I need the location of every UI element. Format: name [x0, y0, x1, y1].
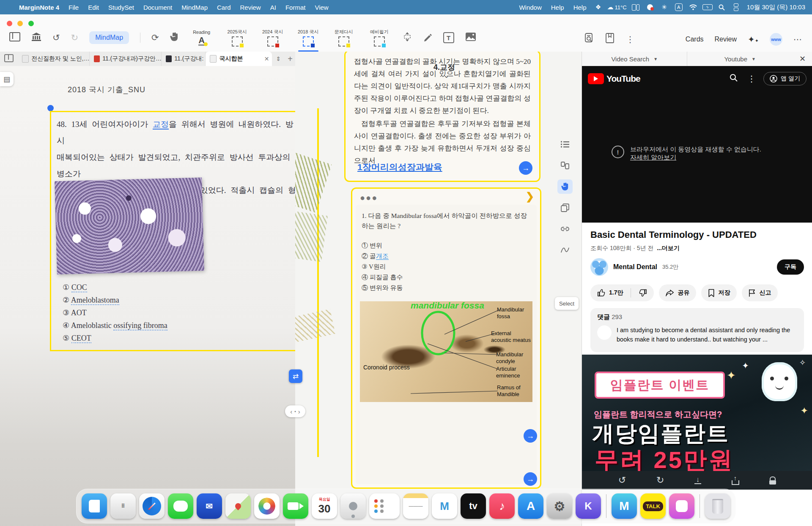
library-icon[interactable] — [31, 32, 41, 44]
dock-facetime[interactable] — [283, 493, 308, 519]
dock-mail[interactable]: ✉ — [197, 493, 222, 519]
share-button[interactable]: 공유 — [659, 284, 696, 301]
dock-reminders[interactable] — [369, 493, 400, 519]
close-panel-icon[interactable]: ✕ — [793, 54, 812, 63]
tab-sort-icon[interactable]: ⇕ — [272, 55, 285, 62]
dock-settings[interactable]: ⚙ — [547, 493, 572, 519]
menu-window[interactable]: Window — [514, 4, 546, 11]
channel-name[interactable]: Mental Dental — [613, 263, 657, 271]
menu-view[interactable]: View — [310, 4, 333, 11]
open-app-button[interactable]: 앱 열기 — [763, 72, 807, 85]
bookmark-book-icon[interactable] — [606, 33, 614, 45]
stage-manager-icon[interactable] — [731, 3, 742, 11]
tool-pre-notes[interactable]: 예비필기 — [367, 29, 392, 47]
section2-link-arrow[interactable]: → — [524, 472, 537, 486]
tool-2024-exam[interactable]: 2024 국시 — [261, 29, 285, 47]
dock-appstore[interactable]: A — [518, 493, 543, 519]
section1-link-arrow[interactable]: → — [524, 429, 537, 443]
tab-doc-1[interactable]: 전신질환자 및 노인,… — [18, 52, 90, 66]
menu-mindmap[interactable]: MindMap — [177, 4, 212, 11]
window-manager-icon[interactable] — [630, 3, 641, 11]
thumbs-down-icon[interactable] — [639, 289, 647, 297]
more-vertical-icon[interactable]: ⋮ — [626, 34, 634, 44]
menu-file[interactable]: File — [64, 4, 83, 11]
link-icon[interactable] — [557, 222, 573, 236]
pdf-document-pane[interactable]: 2018 국시 기출_SNU 48. 13세 어린여자아이가 교정을 위해서 병… — [0, 66, 295, 526]
cards-button[interactable]: Cards — [686, 36, 704, 43]
tool-2025-exam[interactable]: 2025국시 — [225, 29, 250, 47]
tabs-sidebar-icon[interactable] — [0, 54, 18, 63]
save-button[interactable]: 저장 — [701, 284, 737, 301]
hand-tool-icon[interactable] — [170, 32, 178, 44]
menu-app-name[interactable]: MarginNote 4 — [14, 4, 64, 11]
pencil-icon[interactable] — [423, 32, 432, 44]
tool-2018-exam[interactable]: 2018 국시 — [296, 29, 321, 47]
layout-columns-icon[interactable] — [557, 158, 573, 173]
menu-studyset[interactable]: StudySet — [104, 4, 139, 11]
subscribe-button[interactable]: 구독 — [777, 259, 804, 275]
chevron-down-icon[interactable]: ⌄ — [444, 72, 449, 80]
dock-contacts[interactable] — [340, 493, 366, 519]
yt-search-icon[interactable] — [730, 74, 738, 84]
image-tool-icon[interactable] — [465, 32, 476, 44]
layers-flyout-button[interactable]: ▤ — [0, 72, 14, 86]
menu-edit[interactable]: Edit — [83, 4, 104, 11]
next-page-icon[interactable]: › — [298, 408, 300, 415]
dock-photos[interactable] — [254, 493, 280, 519]
dock-finder[interactable] — [82, 493, 107, 519]
menu-help-2[interactable]: Help — [569, 4, 591, 11]
battery-icon[interactable]: ϟ — [702, 3, 713, 11]
drag-dots-icon[interactable]: ●●● — [360, 193, 378, 203]
share-export-icon[interactable]: ↑ — [732, 476, 739, 485]
youtube-wordmark[interactable]: YouTube — [606, 74, 640, 84]
tab-doc-active[interactable]: 국시합본 ✕ — [206, 52, 272, 66]
more-horizontal-icon[interactable]: ⋯ — [793, 34, 802, 44]
dock-freeform[interactable]: M — [432, 493, 457, 519]
menu-document[interactable]: Document — [139, 4, 177, 11]
tab-doc-3[interactable]: 11.(구강내: — [162, 52, 206, 66]
sidebar-toggle-icon[interactable] — [9, 32, 20, 44]
dock-notes[interactable]: ——— — [403, 493, 428, 519]
hand-pan-tool-icon[interactable] — [557, 179, 573, 194]
outline-list-icon[interactable] — [557, 137, 573, 151]
move-resize-icon[interactable] — [403, 32, 412, 44]
menu-review[interactable]: Review — [236, 4, 266, 11]
spotlight-icon[interactable] — [716, 3, 727, 11]
dock-keynote[interactable]: K — [576, 493, 601, 519]
dock-kakaotalk[interactable]: TALK — [640, 493, 666, 519]
mindmap-canvas[interactable]: 접형사골 연골결합의 골화 시기는 명확하지 않으며 5~20세에 걸쳐 여러 … — [295, 52, 582, 526]
swap-panes-button[interactable]: ⇄ — [289, 369, 302, 383]
prev-page-icon[interactable]: ‹ — [290, 408, 292, 415]
comments-preview-box[interactable]: 댓글 293 I am studying to become a dental … — [590, 308, 804, 352]
mindmap-card-question[interactable]: ●●● ❯ 1. 다음 중 Mandibular fossa에서 하악골이 전하… — [351, 187, 541, 489]
node-tag-overlay[interactable]: 4.교정 — [433, 62, 455, 72]
channel-avatar[interactable] — [590, 258, 608, 276]
zoom-window-button[interactable] — [28, 21, 34, 26]
scribble-tool-icon[interactable] — [557, 243, 573, 257]
web-browser-icon[interactable]: www — [770, 33, 782, 46]
menu-help-1[interactable]: Help — [546, 4, 569, 11]
download-icon[interactable]: ↓ — [694, 477, 701, 484]
learn-more-link[interactable]: 자세히 알아보기 — [630, 154, 676, 161]
menu-card[interactable]: Card — [212, 4, 236, 11]
more-link[interactable]: ...더보기 — [657, 245, 680, 251]
dock-calendar[interactable]: 목요일30 — [312, 493, 337, 519]
card1-expand-arrow-button[interactable]: → — [519, 161, 532, 175]
tool-reading[interactable]: Reading A — [189, 30, 214, 46]
menu-ai[interactable]: AI — [266, 4, 281, 11]
yt-more-vertical-icon[interactable]: ⋮ — [747, 74, 756, 84]
report-button[interactable]: 신고 — [742, 284, 778, 301]
dock-maps[interactable] — [225, 493, 251, 519]
back-icon[interactable]: ↺ — [618, 475, 626, 486]
tab-doc-2[interactable]: 11.(구강내과)구강안… — [90, 52, 162, 66]
youtube-logo-icon[interactable] — [588, 73, 604, 84]
ai-sparkle-icon[interactable]: ✦✦ — [748, 34, 759, 44]
input-method-icon[interactable]: A — [673, 3, 684, 11]
forward-icon[interactable]: ↻ — [656, 475, 664, 486]
select-button[interactable]: Select — [555, 297, 579, 310]
dock-marginnote[interactable]: M — [612, 493, 637, 519]
tool-retry-questions[interactable]: 문제다시 — [332, 29, 356, 47]
annotation-handle-dot[interactable] — [47, 105, 54, 111]
dropbox-icon[interactable]: ❖ — [593, 3, 604, 11]
dock-music[interactable]: ♪ — [489, 493, 515, 519]
